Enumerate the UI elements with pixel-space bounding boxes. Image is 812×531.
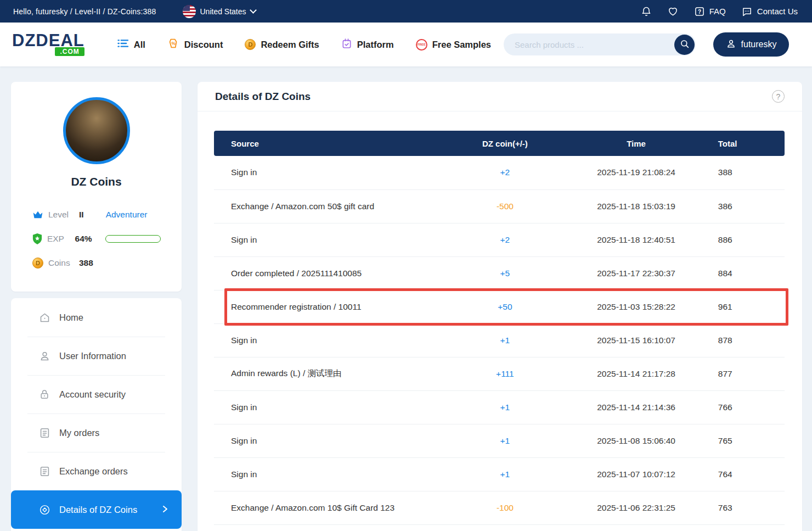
user-greeting: Hello, futuresky / Level-II / DZ-Coins:3… — [13, 7, 156, 16]
nav-item-all[interactable]: All — [117, 38, 145, 51]
level-value: II — [79, 210, 84, 220]
cell-dz-coin-delta: +2 — [448, 223, 562, 256]
nav-item-discount[interactable]: % Discount — [167, 37, 223, 52]
table-row: Sign in +1 2025-11-15 16:10:07 878 — [214, 323, 785, 357]
cell-total: 877 — [710, 357, 785, 390]
person-icon — [726, 38, 736, 51]
sidebar-label-account-security: Account security — [59, 389, 126, 400]
coin-history-table: Source DZ coin(+/-) Time Total Sign in +… — [214, 131, 785, 525]
nav-item-free-samples[interactable]: FREE Free Samples — [416, 39, 491, 51]
table-row: Sign in +1 2025-11-07 10:07:12 764 — [214, 457, 785, 491]
nav-item-redeem-gifts[interactable]: D Redeem Gifts — [245, 39, 319, 50]
sidebar-item-my-orders[interactable]: My orders — [11, 413, 182, 452]
column-header-dz-coin: DZ coin(+/-) — [448, 131, 562, 156]
cell-total: 388 — [710, 156, 785, 189]
dzdeal-logo[interactable]: DZDEAL .COM — [12, 33, 84, 56]
table-row: Admin rewards (L) / 测试理由 +111 2025-11-14… — [214, 357, 785, 390]
country-selector[interactable]: United States — [183, 5, 256, 18]
sidebar-label-user-information: User Information — [59, 351, 126, 361]
avatar[interactable] — [63, 97, 130, 164]
clipboard-check-icon — [341, 38, 352, 52]
heart-icon — [667, 6, 679, 17]
table-row: Order completed / 2025111410085 +5 2025-… — [214, 256, 785, 290]
cell-time: 2025-11-18 12:40:51 — [562, 223, 710, 256]
coin-table-body: Sign in +2 2025-11-19 21:08:24 388 Excha… — [214, 156, 785, 524]
level-label: Level — [48, 210, 79, 220]
coins-value: 388 — [79, 258, 93, 268]
cell-source: Order completed / 2025111410085 — [214, 256, 448, 290]
cell-source: Sign in — [214, 223, 448, 256]
exp-progress-bar — [105, 235, 161, 243]
cell-time: 2025-11-14 21:17:28 — [562, 357, 710, 390]
nav-label-platform: Platform — [357, 40, 394, 50]
bell-icon — [641, 6, 652, 17]
help-icon[interactable]: ? — [772, 90, 785, 103]
account-username: futuresky — [741, 40, 777, 49]
table-row-highlighted: Recommender registration / 10011 +50 202… — [214, 290, 785, 323]
table-row: Sign in +1 2025-11-08 15:06:40 765 — [214, 424, 785, 457]
cell-source: Sign in — [214, 390, 448, 424]
nav-label-discount: Discount — [184, 40, 223, 50]
discount-tag-icon: % — [167, 37, 179, 52]
cell-dz-coin-delta: +5 — [448, 256, 562, 290]
orders-icon — [38, 466, 50, 477]
home-icon — [38, 312, 50, 323]
target-icon — [38, 504, 50, 516]
cell-dz-coin-delta: +50 — [448, 290, 562, 323]
main-panel: Details of DZ Coins ? Source DZ coin(+/-… — [198, 82, 802, 531]
sidebar-label-my-orders: My orders — [59, 428, 99, 438]
contact-us-link[interactable]: Contact Us — [741, 6, 798, 17]
cell-total: 961 — [710, 290, 785, 323]
cell-time: 2025-11-06 22:31:25 — [562, 491, 710, 524]
topbar: Hello, futuresky / Level-II / DZ-Coins:3… — [0, 0, 812, 23]
cell-dz-coin-delta: -500 — [448, 189, 562, 223]
logo-text: DZDEAL — [12, 33, 84, 48]
free-stamp-icon: FREE — [416, 39, 427, 51]
favorites-button[interactable] — [667, 6, 679, 17]
search-input[interactable] — [515, 40, 674, 49]
logo-com-badge: .COM — [55, 47, 84, 56]
contact-us-label: Contact Us — [757, 7, 798, 16]
sidebar-item-user-information[interactable]: User Information — [11, 337, 182, 375]
cell-dz-coin-delta: +1 — [448, 323, 562, 357]
cell-total: 386 — [710, 189, 785, 223]
cell-source: Sign in — [214, 457, 448, 491]
cell-time: 2025-11-17 22:30:37 — [562, 256, 710, 290]
nav-label-free-samples: Free Samples — [432, 40, 491, 50]
cell-dz-coin-delta: +111 — [448, 357, 562, 390]
sidebar-menu: Home User Information Account security M… — [11, 298, 182, 531]
cell-time: 2025-11-03 15:28:22 — [562, 290, 710, 323]
lock-icon — [38, 389, 50, 400]
sidebar-item-exchange-orders[interactable]: Exchange orders — [11, 452, 182, 490]
cell-total: 764 — [710, 457, 785, 491]
sidebar-item-home[interactable]: Home — [11, 298, 182, 337]
cell-source: Sign in — [214, 156, 448, 189]
cell-source: Sign in — [214, 323, 448, 357]
sidebar-label-home: Home — [59, 312, 83, 323]
table-row: Exchange / Amazon.com 50$ gift card -500… — [214, 189, 785, 223]
column-header-source: Source — [214, 131, 448, 156]
sidebar-item-account-security[interactable]: Account security — [11, 375, 182, 413]
account-button[interactable]: futuresky — [713, 32, 789, 57]
column-header-total: Total — [710, 131, 785, 156]
table-row: Sign in +2 2025-11-19 21:08:24 388 — [214, 156, 785, 189]
cell-source: Sign in — [214, 424, 448, 457]
cell-source: Recommender registration / 10011 — [214, 290, 448, 323]
nav-item-platform[interactable]: Platform — [341, 38, 394, 52]
sidebar: DZ Coins Level II Adventurer EXP 64% D C… — [11, 82, 182, 531]
exp-percent: 64% — [75, 234, 92, 244]
cell-source: Admin rewards (L) / 测试理由 — [214, 357, 448, 390]
table-row: Sign in +1 2025-11-14 21:14:36 766 — [214, 390, 785, 424]
notifications-button[interactable] — [641, 6, 652, 17]
search-button[interactable] — [674, 35, 695, 55]
level-row: Level II Adventurer — [32, 203, 161, 227]
svg-text:?: ? — [698, 8, 701, 14]
table-header-row: Source DZ coin(+/-) Time Total — [214, 131, 785, 156]
faq-link[interactable]: ? FAQ — [694, 6, 726, 17]
table-row: Sign in +2 2025-11-18 12:40:51 886 — [214, 223, 785, 256]
rank-link[interactable]: Adventurer — [106, 210, 148, 220]
coin-history-table-wrap: Source DZ coin(+/-) Time Total Sign in +… — [214, 131, 785, 525]
cell-source: Exchange / Amazon.com 10$ Gift Card 123 — [214, 491, 448, 524]
cell-total: 766 — [710, 390, 785, 424]
sidebar-item-details-of-dz-coins[interactable]: Details of DZ Coins — [11, 490, 182, 529]
